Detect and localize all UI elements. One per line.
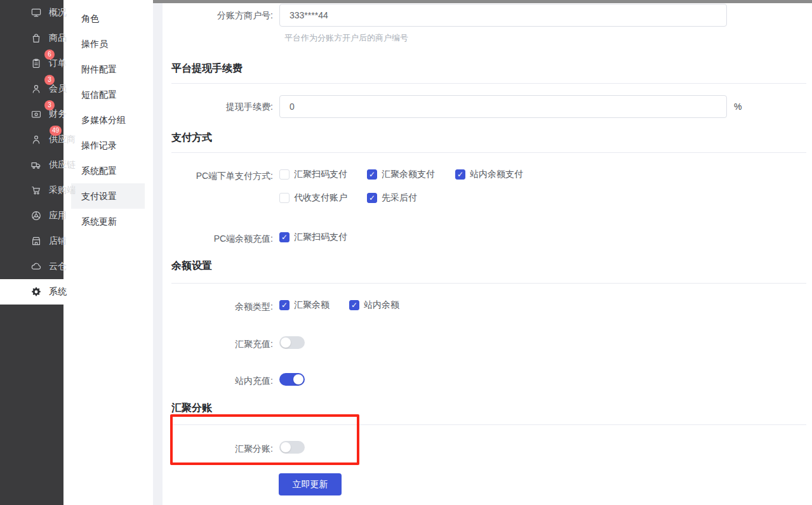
overview-icon (30, 7, 42, 18)
checkbox-box[interactable] (279, 193, 290, 203)
red-highlight-annotation (170, 414, 359, 465)
apps-icon (30, 210, 42, 221)
pc-balance-recharge-label: PC端余额充值: (163, 233, 273, 244)
menu-item-operators[interactable]: 操作员 (63, 31, 153, 56)
merchant-id-help: 平台作为分账方开户后的商户编号 (284, 33, 408, 43)
section-title-balance: 余额设置 (171, 259, 212, 272)
menu-item-attachment-config[interactable]: 附件配置 (63, 56, 153, 82)
supplier-count-badge: 49 (50, 126, 62, 136)
checkbox-box[interactable] (367, 193, 377, 203)
merchant-id-label: 分账方商户号: (163, 10, 273, 21)
juhe-recharge-label: 汇聚充值: (163, 338, 273, 350)
merchant-id-input[interactable] (279, 4, 727, 27)
sidebar-item-label: 财务 (49, 108, 67, 120)
sidebar-item-members[interactable]: 会员 3 (0, 76, 63, 102)
checkbox-box[interactable] (279, 232, 290, 242)
sidebar-item-goods[interactable]: 商品 (0, 25, 63, 51)
sidebar-item-supplier[interactable]: 供应商 49 (0, 127, 63, 152)
section-title-withdraw-fee: 平台提现手续费 (171, 62, 243, 75)
checkbox-site-balance-pay[interactable]: 站内余额支付 (455, 169, 523, 180)
withdraw-fee-input[interactable] (279, 95, 727, 118)
checkbox-box[interactable] (279, 300, 290, 310)
cloud-warehouse-icon (30, 261, 42, 272)
top-scroll-strip (153, 0, 812, 3)
sidebar-item-label: 订单 (49, 58, 67, 69)
sidebar-item-label: 概况 (49, 7, 67, 18)
checkbox-juhe-scan-pay[interactable]: 汇聚扫码支付 (279, 169, 347, 180)
secondary-menu: 角色 操作员 附件配置 短信配置 多媒体分组 操作记录 系统配置 支付设置 系统… (63, 0, 153, 505)
section-title-payment-method: 支付方式 (171, 131, 212, 144)
withdraw-fee-label: 提现手续费: (163, 101, 273, 112)
toggle-knob (281, 442, 291, 452)
sidebar-item-procurement[interactable]: 采购端 (0, 178, 63, 203)
orders-icon (30, 58, 42, 69)
checkbox-label: 站内余额 (364, 299, 399, 311)
toggle-knob (281, 338, 291, 348)
juhe-recharge-toggle[interactable] (279, 336, 305, 349)
section-divider (171, 152, 806, 153)
supplier-icon (30, 134, 42, 145)
checkbox-juhe-balance-pay[interactable]: 汇聚余额支付 (367, 169, 435, 180)
checkbox-juhe-balance[interactable]: 汇聚余额 (279, 299, 329, 311)
menu-item-media-groups[interactable]: 多媒体分组 (63, 107, 153, 133)
checkbox-label: 汇聚余额支付 (382, 169, 435, 180)
procurement-icon (30, 185, 42, 196)
finance-count-badge: 3 (44, 100, 55, 110)
balance-type-label: 余额类型: (163, 301, 273, 312)
sidebar-item-system[interactable]: 系统 (0, 279, 63, 305)
payment-settings-form: 分账方商户号: 平台作为分账方开户后的商户编号 平台提现手续费 提现手续费: %… (163, 0, 812, 505)
section-title-split-account: 汇聚分账 (171, 402, 212, 414)
store-icon (30, 235, 42, 247)
sidebar-item-label: 系统 (49, 286, 67, 298)
supply-chain-icon (30, 159, 42, 171)
sidebar-item-orders[interactable]: 订单 6 (0, 51, 63, 76)
sidebar-item-finance[interactable]: 财务 3 (0, 102, 63, 127)
checkbox-label: 汇聚余额 (294, 299, 329, 311)
section-divider (171, 424, 806, 425)
menu-item-system-config[interactable]: 系统配置 (63, 158, 153, 183)
update-now-button[interactable]: 立即更新 (279, 473, 342, 495)
checkbox-label: 先采后付 (382, 192, 417, 204)
menu-item-operation-log[interactable]: 操作记录 (63, 133, 153, 158)
sidebar-item-overview[interactable]: 概况 (0, 0, 63, 25)
percent-suffix: % (734, 101, 742, 112)
menu-item-roles[interactable]: 角色 (63, 6, 153, 31)
menu-item-sms-config[interactable]: 短信配置 (63, 82, 153, 107)
checkbox-box[interactable] (367, 169, 377, 180)
sidebar-item-label: 应用 (49, 210, 67, 221)
checkbox-recharge-juhe-scan-pay[interactable]: 汇聚扫码支付 (279, 232, 347, 243)
toggle-knob (293, 374, 303, 384)
site-recharge-label: 站内充值: (163, 375, 273, 386)
members-icon (30, 83, 42, 95)
checkbox-buy-first-pay-later[interactable]: 先采后付 (367, 192, 417, 204)
juhe-split-label: 汇聚分账: (163, 443, 273, 454)
sidebar-item-label: 采购端 (49, 185, 76, 196)
sidebar-item-label: 云仓 (49, 261, 67, 272)
sidebar-item-cloud-warehouse[interactable]: 云仓 (0, 254, 63, 279)
goods-icon (30, 32, 42, 44)
checkbox-box[interactable] (279, 169, 290, 180)
finance-icon (30, 108, 42, 120)
primary-sidebar: 概况 商品 订单 6 会员 3 财务 3 供应商 49 (0, 0, 63, 505)
checkbox-label: 站内余额支付 (470, 169, 523, 180)
checkbox-label: 汇聚扫码支付 (294, 169, 347, 180)
members-count-badge: 3 (44, 75, 55, 85)
menu-item-payment-settings[interactable]: 支付设置 (71, 183, 145, 209)
sidebar-item-apps[interactable]: 应用 (0, 203, 63, 228)
panel-gutter (153, 0, 163, 505)
site-recharge-toggle[interactable] (279, 373, 305, 386)
orders-count-badge: 6 (44, 49, 55, 60)
checkbox-box[interactable] (349, 300, 359, 310)
checkbox-site-balance[interactable]: 站内余额 (349, 299, 399, 311)
juhe-split-toggle[interactable] (279, 441, 305, 454)
section-divider (171, 83, 806, 84)
sidebar-item-label: 会员 (49, 83, 67, 95)
sidebar-item-supply-chain[interactable]: 供应链 (0, 152, 63, 178)
sidebar-item-store[interactable]: 店铺 (0, 228, 63, 254)
checkbox-box[interactable] (455, 169, 465, 180)
sidebar-item-label: 供应链 (49, 159, 76, 171)
checkbox-collection-account[interactable]: 代收支付账户 (279, 192, 347, 204)
checkbox-label: 汇聚扫码支付 (294, 232, 347, 243)
menu-item-system-update[interactable]: 系统更新 (63, 209, 153, 234)
section-divider (171, 283, 806, 284)
